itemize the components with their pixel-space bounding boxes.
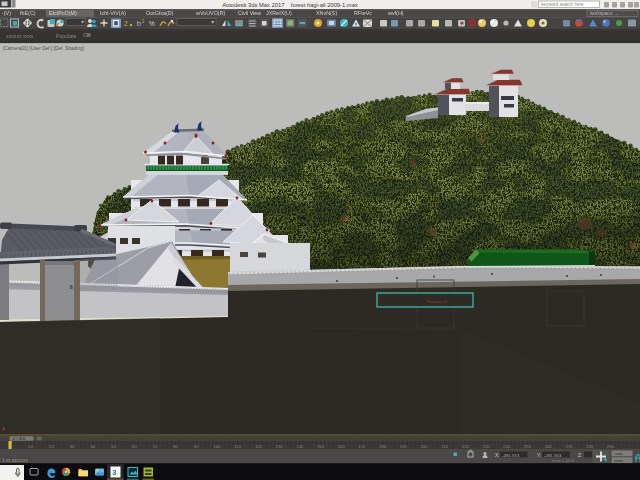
svg-text:Populate: Populate bbox=[56, 33, 77, 39]
svg-text:OotGfca(D): OotGfca(D) bbox=[146, 10, 174, 16]
svg-text:xxxx = 10.0: xxxx = 10.0 bbox=[552, 458, 575, 463]
svg-text:EfcIPcO(M): EfcIPcO(M) bbox=[49, 10, 77, 16]
svg-text:40: 40 bbox=[90, 444, 95, 449]
svg-text:-(V): -(V) bbox=[2, 10, 11, 16]
svg-text:160: 160 bbox=[338, 444, 346, 449]
svg-text:150: 150 bbox=[317, 444, 325, 449]
svg-text:200: 200 bbox=[421, 444, 429, 449]
svg-text:190: 190 bbox=[400, 444, 408, 449]
svg-text:Civil View: Civil View bbox=[238, 10, 261, 16]
svg-text:230: 230 bbox=[483, 444, 491, 449]
svg-text:wvf(H): wvf(H) bbox=[387, 10, 404, 16]
svg-text:10: 10 bbox=[28, 444, 33, 449]
svg-text:[Camera01] [User Def.] [Def. S: [Camera01] [User Def.] [Def. Shading] bbox=[3, 46, 84, 51]
svg-text:50: 50 bbox=[111, 444, 116, 449]
svg-text:X:: X: bbox=[495, 452, 500, 458]
svg-text:wVoUVO(R): wVoUVO(R) bbox=[195, 10, 226, 16]
svg-text:290: 290 bbox=[607, 444, 615, 449]
svg-text:-281.553: -281.553 bbox=[502, 453, 520, 458]
svg-text:210: 210 bbox=[441, 444, 449, 449]
svg-text:xxxx: xxxx bbox=[615, 452, 623, 456]
svg-text:keyword search here: keyword search here bbox=[541, 2, 584, 7]
svg-text:270: 270 bbox=[565, 444, 573, 449]
svg-text:RFteVc: RFteVc bbox=[354, 10, 372, 16]
svg-text:100: 100 bbox=[214, 444, 222, 449]
svg-text:80: 80 bbox=[173, 444, 178, 449]
svg-text:90: 90 bbox=[194, 444, 199, 449]
svg-text:120: 120 bbox=[255, 444, 263, 449]
svg-text:2: 2 bbox=[124, 20, 128, 27]
svg-text:XNvN(S): XNvN(S) bbox=[316, 10, 337, 16]
svg-text:-281.553: -281.553 bbox=[544, 453, 562, 458]
svg-text:Z:: Z: bbox=[578, 452, 582, 458]
svg-text:180: 180 bbox=[379, 444, 387, 449]
svg-text:%: % bbox=[149, 20, 155, 27]
svg-text:110: 110 bbox=[234, 444, 241, 449]
svg-text:0 / 300: 0 / 300 bbox=[13, 436, 26, 441]
svg-text:30: 30 bbox=[70, 444, 75, 449]
svg-text:Autodesk 3ds Max 2017 fores: Autodesk 3ds Max 2017 forest hagi-all 20… bbox=[222, 2, 358, 8]
svg-text:Furniture-01: Furniture-01 bbox=[427, 300, 448, 304]
svg-text:Ichl-VtV(A): Ichl-VtV(A) bbox=[100, 10, 126, 16]
svg-text:130: 130 bbox=[276, 444, 284, 449]
svg-text:70: 70 bbox=[153, 444, 158, 449]
svg-text:Y:: Y: bbox=[537, 452, 541, 458]
svg-text:170: 170 bbox=[358, 444, 366, 449]
svg-text:workspace: ...: workspace: ... bbox=[590, 11, 618, 16]
svg-text:240: 240 bbox=[503, 444, 511, 449]
svg-text:220: 220 bbox=[462, 444, 470, 449]
svg-text:250: 250 bbox=[524, 444, 532, 449]
svg-text:JXReIX(U): JXReIX(U) bbox=[266, 10, 292, 16]
svg-text:20: 20 bbox=[49, 444, 54, 449]
svg-text:xxxxxx xxxx: xxxxxx xxxx bbox=[6, 33, 34, 39]
svg-text:260: 260 bbox=[545, 444, 553, 449]
svg-text:3: 3 bbox=[112, 468, 116, 477]
svg-text:b: b bbox=[137, 20, 141, 27]
svg-text:fbE(C): fbE(C) bbox=[20, 10, 36, 16]
svg-text:60: 60 bbox=[132, 444, 137, 449]
svg-text:280: 280 bbox=[586, 444, 594, 449]
svg-text:1 xx xxxxxxx: 1 xx xxxxxxx bbox=[2, 458, 28, 463]
svg-text:140: 140 bbox=[296, 444, 304, 449]
svg-text:xxxxx: xxxxx bbox=[614, 459, 624, 463]
